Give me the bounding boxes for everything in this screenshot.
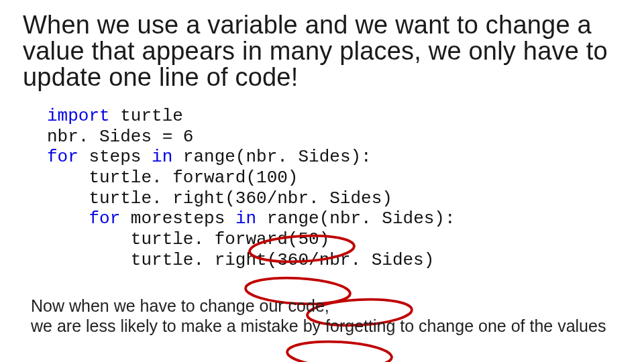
title-line-1: When we use a variable and we want to ch… [23,11,592,39]
footer-line-1: Now when we have to change our code, [31,296,329,315]
code-fwd100: turtle. forward(100) [47,168,298,188]
kw-import: import [47,106,110,126]
title-line-2: value that appears in many places, we on… [23,37,608,65]
code-for2-b: range(nbr. Sides): [256,208,455,229]
code-right2: turtle. right(360/nbr. Sides) [47,250,434,270]
code-for1-b: range(nbr. Sides): [172,147,371,167]
code-nbrsides-b: 6 [183,127,194,147]
circle-annotation-4 [286,339,392,362]
kw-in-1: in [152,147,172,167]
title-line-3: update one line of code! [23,63,298,91]
slide: When we use a variable and we want to ch… [0,0,644,362]
code-for1-mid: steps [78,147,152,167]
code-right1: turtle. right(360/nbr. Sides) [47,188,392,208]
code-fwd50: turtle. forward(50) [47,229,329,249]
kw-for-1: for [47,147,78,167]
slide-title: When we use a variable and we want to ch… [23,12,621,90]
code-turtle: turtle [110,106,183,126]
kw-for-2: for [89,208,120,229]
code-block: import turtle nbr. Sides = 6 for steps i… [47,106,455,270]
footer-line-2: we are less likely to make a mistake by … [31,316,606,335]
kw-in-2: in [235,208,256,229]
footer-text: Now when we have to change our code, we … [31,296,606,336]
code-nbrsides-a: nbr. Sides = [47,127,183,147]
code-for2-mid: moresteps [120,208,235,229]
